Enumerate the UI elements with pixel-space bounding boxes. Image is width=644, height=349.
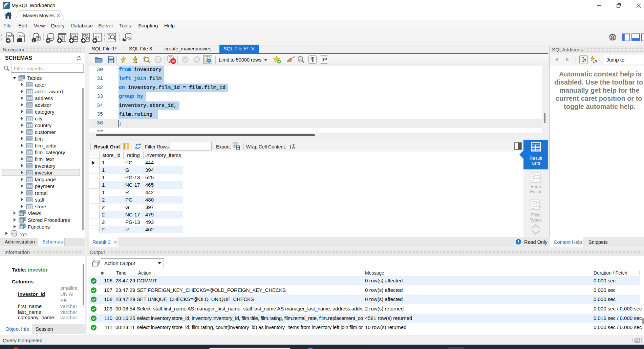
- svg-text:A: A: [299, 57, 301, 61]
- svg-text:?: ?: [595, 60, 597, 64]
- svg-text:i: i: [33, 39, 34, 42]
- svg-text:?: ?: [584, 58, 586, 63]
- svg-text:SQL: SQL: [19, 34, 24, 37]
- svg-text:SQL: SQL: [7, 34, 13, 37]
